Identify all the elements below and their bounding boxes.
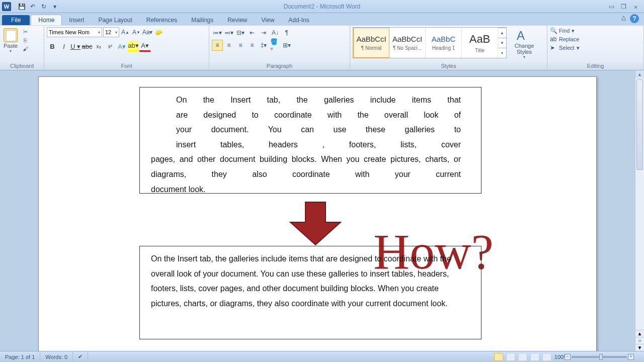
scroll-up-icon[interactable]: ▲ bbox=[635, 70, 644, 78]
change-case-icon[interactable]: Aa▾ bbox=[142, 27, 152, 37]
find-icon: 🔍 bbox=[550, 27, 557, 34]
font-group: Times New Rom▾ 12▾ A▲ A▼ Aa▾ 🧽 B I U ▾ a… bbox=[44, 26, 209, 70]
quick-access-toolbar: W 💾 ↶ ↻ ▾ bbox=[0, 2, 61, 11]
paragraph-group: ≔▾ ≕▾ ⊟▾ ⇤ ⇥ A↓ ¶ ≡ ≡ ≡ ≡ ‡▾ 🪣▾ ⊞▾ Parag… bbox=[209, 26, 350, 70]
select-button[interactable]: ➤Select ▾ bbox=[550, 44, 580, 51]
change-styles-icon: A bbox=[517, 29, 532, 43]
close-button[interactable]: ⨉ bbox=[631, 3, 640, 10]
justify-icon[interactable]: ≡ bbox=[247, 40, 258, 51]
dec-indent-icon[interactable]: ⇤ bbox=[247, 27, 258, 38]
web-layout-view-icon[interactable] bbox=[518, 353, 527, 361]
numbering-icon[interactable]: ≕▾ bbox=[223, 27, 234, 38]
review-tab[interactable]: Review bbox=[220, 15, 254, 25]
qat-dropdown-icon[interactable]: ▾ bbox=[50, 2, 59, 11]
shading-icon[interactable]: 🪣▾ bbox=[270, 40, 281, 51]
references-tab[interactable]: References bbox=[139, 15, 184, 25]
mailings-tab[interactable]: Mailings bbox=[184, 15, 220, 25]
title-bar: W 💾 ↶ ↻ ▾ Document2 - Microsoft Word ▭ ❐… bbox=[0, 0, 644, 13]
word-count[interactable]: Words: 0 bbox=[40, 351, 73, 362]
scroll-thumb[interactable] bbox=[636, 79, 643, 170]
full-screen-view-icon[interactable] bbox=[506, 353, 515, 361]
sort-icon[interactable]: A↓ bbox=[270, 27, 281, 38]
help-icon[interactable]: ? bbox=[630, 14, 639, 23]
down-arrow-icon bbox=[288, 200, 343, 247]
text-box-after[interactable]: On the Insert tab, the galleries include… bbox=[139, 246, 481, 339]
zoom-slider[interactable] bbox=[572, 356, 627, 358]
home-tab[interactable]: Home bbox=[31, 15, 62, 25]
file-tab[interactable]: File bbox=[2, 15, 30, 25]
borders-icon[interactable]: ⊞▾ bbox=[281, 40, 292, 51]
font-name-combo[interactable]: Times New Rom▾ bbox=[47, 27, 102, 37]
grow-font-icon[interactable]: A▲ bbox=[120, 27, 130, 37]
highlight-icon[interactable]: ab▾ bbox=[128, 41, 139, 52]
select-icon: ➤ bbox=[550, 44, 557, 51]
copy-icon[interactable]: ⎘ bbox=[21, 37, 30, 44]
multilevel-icon[interactable]: ⊟▾ bbox=[235, 27, 246, 38]
font-color-icon[interactable]: A▾ bbox=[139, 41, 150, 52]
replace-icon: ab bbox=[550, 36, 557, 43]
change-styles-button[interactable]: A Change Styles ▾ bbox=[509, 27, 540, 61]
styles-group: AaBbCcI¶ Normal AaBbCcI¶ No Spaci... AaB… bbox=[350, 26, 547, 70]
clear-format-icon[interactable]: 🧽 bbox=[153, 27, 164, 37]
restore-button[interactable]: ❐ bbox=[619, 3, 628, 10]
next-page-icon[interactable]: ▼ bbox=[635, 344, 644, 351]
shrink-font-icon[interactable]: A▼ bbox=[131, 27, 141, 37]
page[interactable]: On the Insert tab, the galleries include… bbox=[38, 76, 597, 351]
ribbon: Paste ▾ ✂ ⎘ 🖌 Clipboard Times New Rom▾ 1… bbox=[0, 25, 644, 70]
page-status[interactable]: Page: 1 of 1 bbox=[0, 351, 40, 362]
style-title[interactable]: AaBTitle bbox=[462, 28, 498, 58]
superscript-button[interactable]: x² bbox=[105, 41, 116, 52]
print-layout-view-icon[interactable] bbox=[494, 353, 503, 361]
editing-group: 🔍Find ▾ abReplace ➤Select ▾ Editing bbox=[547, 26, 644, 70]
redo-icon[interactable]: ↻ bbox=[39, 2, 48, 11]
style-no-spacing[interactable]: AaBbCcI¶ No Spaci... bbox=[389, 28, 426, 58]
styles-gallery[interactable]: AaBbCcI¶ Normal AaBbCcI¶ No Spaci... AaB… bbox=[353, 27, 507, 58]
text-effects-icon[interactable]: A▾ bbox=[116, 41, 127, 52]
browse-object-icon[interactable]: ○ bbox=[635, 337, 644, 344]
draft-view-icon[interactable] bbox=[542, 353, 551, 361]
style-normal[interactable]: AaBbCcI¶ Normal bbox=[353, 28, 389, 58]
align-left-icon[interactable]: ≡ bbox=[212, 40, 223, 51]
outline-view-icon[interactable] bbox=[530, 353, 539, 361]
ribbon-tabs: File Home Insert Page Layout References … bbox=[0, 13, 644, 25]
proofing-icon[interactable]: ✔ bbox=[73, 351, 88, 362]
text-box-before[interactable]: On the Insert tab, the galleries include… bbox=[139, 87, 481, 194]
find-button[interactable]: 🔍Find ▾ bbox=[550, 27, 575, 34]
paste-button[interactable]: Paste ▾ bbox=[3, 27, 19, 54]
prev-page-icon[interactable]: ▲ bbox=[635, 330, 644, 337]
gallery-scroll[interactable]: ▲▼▾ bbox=[498, 28, 506, 58]
replace-button[interactable]: abReplace bbox=[550, 36, 579, 43]
line-spacing-icon[interactable]: ‡▾ bbox=[258, 40, 269, 51]
document-area[interactable]: On the Insert tab, the galleries include… bbox=[0, 70, 635, 351]
minimize-ribbon-icon[interactable]: △ bbox=[621, 14, 626, 23]
format-painter-icon[interactable]: 🖌 bbox=[21, 45, 30, 52]
addins-tab[interactable]: Add-Ins bbox=[281, 15, 316, 25]
minimize-button[interactable]: ▭ bbox=[607, 3, 616, 10]
inc-indent-icon[interactable]: ⇥ bbox=[258, 27, 269, 38]
show-marks-icon[interactable]: ¶ bbox=[281, 27, 292, 38]
style-heading1[interactable]: AaBbCHeading 1 bbox=[426, 28, 462, 58]
align-right-icon[interactable]: ≡ bbox=[235, 40, 246, 51]
insert-tab[interactable]: Insert bbox=[62, 15, 91, 25]
align-center-icon[interactable]: ≡ bbox=[223, 40, 234, 51]
cut-icon[interactable]: ✂ bbox=[21, 28, 30, 35]
bullets-icon[interactable]: ≔▾ bbox=[212, 27, 223, 38]
word-icon[interactable]: W bbox=[2, 2, 11, 11]
status-bar: Page: 1 of 1 Words: 0 ✔ 100% bbox=[0, 351, 644, 362]
font-size-combo[interactable]: 12▾ bbox=[103, 27, 119, 37]
strike-button[interactable]: abc bbox=[82, 41, 93, 52]
subscript-button[interactable]: x₂ bbox=[93, 41, 104, 52]
clipboard-group: Paste ▾ ✂ ⎘ 🖌 Clipboard bbox=[0, 26, 44, 70]
page-layout-tab[interactable]: Page Layout bbox=[91, 15, 139, 25]
window-title: Document2 - Microsoft Word bbox=[0, 3, 644, 10]
underline-button[interactable]: U ▾ bbox=[70, 41, 81, 52]
bold-button[interactable]: B bbox=[47, 41, 58, 52]
paste-icon bbox=[4, 28, 18, 42]
view-tab[interactable]: View bbox=[255, 15, 282, 25]
svg-marker-0 bbox=[290, 202, 341, 245]
vertical-scrollbar[interactable]: ▲ ▲ ○ ▼ bbox=[635, 70, 644, 351]
zoom-thumb[interactable] bbox=[599, 354, 603, 360]
italic-button[interactable]: I bbox=[58, 41, 69, 52]
undo-icon[interactable]: ↶ bbox=[28, 2, 37, 11]
save-icon[interactable]: 💾 bbox=[17, 2, 26, 11]
